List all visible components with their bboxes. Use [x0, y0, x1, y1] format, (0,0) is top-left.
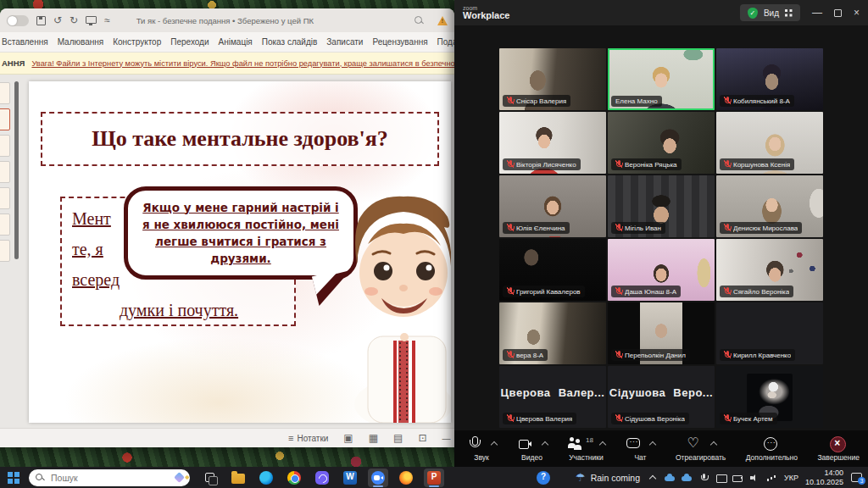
tray-icon[interactable]: [648, 473, 659, 483]
zoom-toolbar-button[interactable]: Звук: [466, 435, 497, 462]
taskbar-clock[interactable]: 14:00 10.10.2025: [805, 469, 843, 486]
chevron-up-icon[interactable]: [491, 441, 498, 448]
slide-thumbnail[interactable]: [0, 240, 10, 262]
participant-tile[interactable]: Денисюк Мирослава: [716, 175, 823, 237]
search-input[interactable]: [49, 472, 170, 484]
taskbar-app[interactable]: [424, 469, 444, 487]
participant-tile[interactable]: Даша Юнаш 8-А: [608, 239, 715, 301]
slide-sorter-view-icon[interactable]: [369, 433, 378, 443]
slide-thumbnail[interactable]: [0, 135, 10, 157]
participant-tile[interactable]: Снісар Валерия: [499, 48, 606, 110]
warning-icon[interactable]: [437, 16, 448, 25]
tray-icon[interactable]: [732, 473, 743, 483]
participant-tile[interactable]: Кирилл Кравченко: [716, 302, 823, 364]
participant-tile[interactable]: Сідушова Веро... Сідушова Вероніка: [608, 366, 715, 428]
notes-button[interactable]: Нотатки: [288, 433, 328, 443]
ribbon-tab[interactable]: Анімація: [219, 37, 253, 47]
taskbar-app[interactable]: [200, 469, 220, 487]
autosave-toggle[interactable]: [7, 15, 29, 26]
language-indicator[interactable]: УКР: [784, 474, 798, 482]
participant-big-name: Цверова Валер...: [499, 386, 606, 399]
participant-tile[interactable]: Кобилянський 8-А: [716, 48, 823, 110]
ribbon-tab[interactable]: Переходи: [170, 37, 209, 47]
participant-tile[interactable]: Юлія Єленчина: [499, 175, 606, 237]
app-icon: [231, 474, 245, 484]
participant-tile[interactable]: Григорий Кавалеров: [499, 239, 606, 301]
ribbon-tab[interactable]: Рецензування: [372, 37, 427, 47]
normal-view-icon[interactable]: [343, 433, 353, 443]
reading-view-icon[interactable]: [393, 433, 403, 443]
chevron-up-icon[interactable]: [599, 441, 606, 448]
undo-icon[interactable]: ↺: [53, 15, 62, 25]
close-button[interactable]: ×: [854, 8, 860, 18]
slide-title-box[interactable]: Що таке ментальне здоров'я?: [41, 112, 439, 166]
slide-thumbnail-pane[interactable]: [0, 78, 12, 428]
participant-tile[interactable]: Цверова Валер... Цверова Валерия: [499, 366, 606, 428]
participant-tile[interactable]: Вероніка Ряцька: [608, 112, 715, 174]
ribbon-tab[interactable]: Подання: [437, 37, 454, 47]
taskbar-search[interactable]: [29, 469, 190, 486]
participant-tile[interactable]: Елена Махно: [608, 48, 715, 110]
taskbar-app[interactable]: [368, 469, 388, 487]
slide-thumbnail[interactable]: [0, 214, 10, 236]
search-icon[interactable]: [415, 16, 424, 25]
protected-view-message[interactable]: Увага! Файли з Інтернету можуть містити …: [31, 59, 454, 68]
slide-canvas[interactable]: Що таке ментальне здоров'я? Ментте, явсе…: [29, 81, 451, 423]
taskbar-app[interactable]: [340, 469, 360, 487]
slide-thumbnail[interactable]: [0, 82, 10, 104]
participant-name: Цверова Валерия: [516, 415, 572, 423]
zoom-toolbar-button[interactable]: 18 Участники: [567, 435, 605, 462]
tray-icon[interactable]: [749, 473, 760, 483]
ribbon-tab[interactable]: Показ слайдів: [262, 37, 318, 47]
muted-mic-icon: [615, 224, 622, 232]
tray-icon[interactable]: [766, 473, 777, 483]
participant-tile[interactable]: Перепьолкін Данил: [608, 302, 715, 364]
start-slideshow-icon[interactable]: [86, 16, 97, 24]
speech-bubble[interactable]: Якщо у мене гарний настрій і я не хвилюю…: [124, 186, 358, 280]
maximize-button[interactable]: [834, 9, 842, 17]
participant-tile[interactable]: Сягайло Вероніка: [716, 239, 823, 301]
notification-center-icon[interactable]: 3: [850, 472, 863, 483]
thumbnail-scrollbar[interactable]: [14, 81, 19, 259]
redo-icon[interactable]: ↻: [70, 15, 78, 25]
ribbon-tab[interactable]: Малювання: [58, 37, 104, 47]
tray-icon[interactable]: [715, 473, 726, 483]
ribbon-tab[interactable]: Конструктор: [113, 37, 161, 47]
participant-big-name: Сідушова Веро...: [608, 386, 715, 399]
slideshow-view-icon[interactable]: [418, 433, 426, 443]
zoom-toolbar-button[interactable]: Видео: [517, 435, 548, 462]
taskbar-app[interactable]: [396, 469, 416, 487]
taskbar-app[interactable]: [284, 469, 304, 487]
participant-tile[interactable]: Мігіль Иван: [608, 175, 715, 237]
chevron-up-icon[interactable]: [541, 441, 548, 448]
view-button[interactable]: Вид: [740, 4, 800, 21]
taskbar-app[interactable]: [256, 469, 276, 487]
participant-tile[interactable]: Бучек Артем: [716, 366, 823, 428]
participant-tile[interactable]: Вікторія Лисяченко: [499, 112, 606, 174]
zoom-toolbar-button[interactable]: Отреагировать: [676, 435, 726, 462]
chevron-up-icon[interactable]: [709, 441, 716, 448]
weather-widget[interactable]: ☂ Rain coming: [576, 472, 640, 483]
slide-thumbnail[interactable]: [0, 161, 10, 183]
slide-thumbnail[interactable]: [0, 187, 10, 209]
participant-tile[interactable]: Коршунова Ксенія: [716, 112, 823, 174]
start-button[interactable]: [5, 469, 22, 486]
taskbar-app[interactable]: [533, 469, 554, 487]
tray-icon[interactable]: [682, 473, 693, 483]
ribbon-tab[interactable]: Записати: [326, 37, 363, 47]
tray-icon[interactable]: [698, 473, 709, 483]
ribbon-tab[interactable]: Вставлення: [2, 37, 48, 47]
minimize-button[interactable]: —: [812, 8, 822, 18]
slide-thumbnail-selected[interactable]: [0, 108, 10, 130]
participant-tile[interactable]: вера 8-А: [499, 302, 606, 364]
customize-quick-access-icon[interactable]: ≈: [104, 15, 110, 25]
zoom-toolbar-button[interactable]: Чат: [625, 435, 655, 462]
zoom-out-icon[interactable]: [442, 433, 450, 444]
save-icon[interactable]: [36, 16, 46, 25]
zoom-toolbar-button[interactable]: Завершение: [817, 435, 859, 462]
chevron-up-icon[interactable]: [649, 441, 656, 448]
taskbar-app[interactable]: [228, 469, 248, 487]
tray-icon[interactable]: [665, 473, 676, 483]
taskbar-app[interactable]: [312, 469, 332, 487]
zoom-toolbar-button[interactable]: Дополнительно: [746, 435, 798, 462]
